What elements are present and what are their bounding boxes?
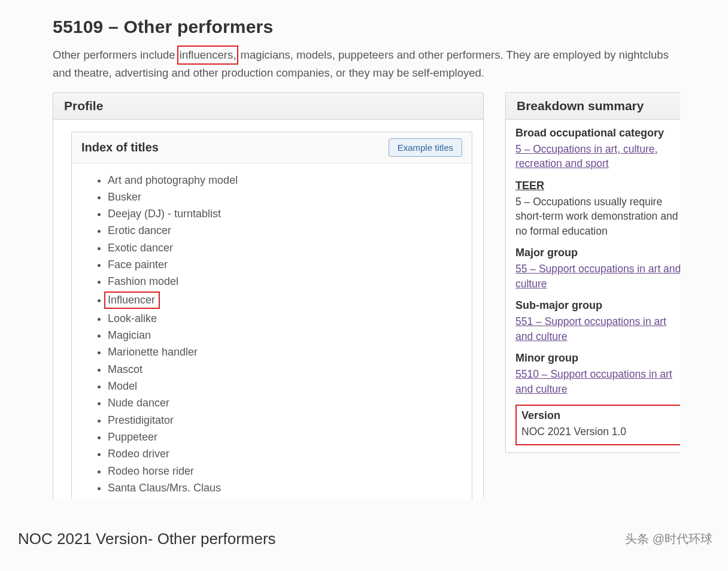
list-item: Face painter <box>108 256 460 273</box>
version-block: Version NOC 2021 Version 1.0 <box>515 405 680 445</box>
list-item: Santa Claus/Mrs. Claus <box>108 479 460 496</box>
list-item: Influencer <box>108 290 460 310</box>
list-item: Nude dancer <box>108 394 460 411</box>
profile-panel: Profile Index of titles Example titles A… <box>53 92 484 499</box>
major-group-link[interactable]: 55 – Support occupations in art and cult… <box>515 263 680 290</box>
minor-group-label: Minor group <box>515 352 680 365</box>
major-group-block: Major group 55 – Support occupations in … <box>515 247 680 291</box>
minor-group-link[interactable]: 5510 – Support occupations in art and cu… <box>515 368 672 395</box>
submajor-group-label: Sub-major group <box>515 299 680 312</box>
list-item: Puppeteer <box>108 429 460 445</box>
list-item: Erotic dancer <box>108 222 460 239</box>
list-item: Model <box>108 378 460 394</box>
broad-category-block: Broad occupational category 5 – Occupati… <box>515 127 680 171</box>
breakdown-panel: Breakdown summary Broad occupational cat… <box>505 92 680 453</box>
index-of-titles-header: Index of titles <box>81 141 159 154</box>
list-item: Rodeo driver <box>108 445 460 462</box>
list-item: Sleight-of-hand artist <box>108 496 460 499</box>
version-label: Version <box>521 409 680 422</box>
list-item: Marionette handler <box>108 344 460 360</box>
desc-highlight-influencers: influencers, <box>177 45 239 65</box>
teer-block: TEER 5 – Occupations usually require sho… <box>515 180 680 239</box>
breakdown-header: Breakdown summary <box>506 93 680 120</box>
teer-text: 5 – Occupations usually require short-te… <box>515 195 680 239</box>
teer-label: TEER <box>515 180 680 192</box>
highlighted-title-influencer: Influencer <box>104 291 160 309</box>
broad-category-link[interactable]: 5 – Occupations in art, culture, recreat… <box>515 143 657 170</box>
list-item: Rodeo horse rider <box>108 463 460 479</box>
submajor-group-link[interactable]: 551 – Support occupations in art and cul… <box>515 315 666 342</box>
example-titles-button[interactable]: Example titles <box>389 138 462 157</box>
list-item: Magician <box>108 327 460 344</box>
page-title: 55109 – Other performers <box>53 17 680 37</box>
list-item: Exotic dancer <box>108 239 460 256</box>
page-description: Other performers include influencers, ma… <box>53 45 675 81</box>
list-item: Prestidigitator <box>108 412 460 429</box>
list-item: Fashion model <box>108 273 460 290</box>
figure-caption: NOC 2021 Version- Other performers <box>18 530 276 548</box>
index-of-titles-panel: Index of titles Example titles Art and p… <box>71 132 472 499</box>
titles-list: Art and photography modelBuskerDeejay (D… <box>72 163 472 499</box>
desc-before: Other performers include <box>53 48 178 61</box>
profile-panel-header: Profile <box>53 93 483 120</box>
list-item: Deejay (DJ) - turntablist <box>108 205 460 222</box>
version-text: NOC 2021 Version 1.0 <box>521 424 680 439</box>
watermark: 头条 @时代环球 <box>625 531 712 547</box>
major-group-label: Major group <box>515 247 680 259</box>
list-item: Art and photography model <box>108 172 460 189</box>
submajor-group-block: Sub-major group 551 – Support occupation… <box>515 299 680 344</box>
list-item: Look-alike <box>108 310 460 327</box>
minor-group-block: Minor group 5510 – Support occupations i… <box>515 352 680 396</box>
list-item: Busker <box>108 189 460 205</box>
list-item: Mascot <box>108 361 460 378</box>
broad-category-label: Broad occupational category <box>515 127 680 139</box>
